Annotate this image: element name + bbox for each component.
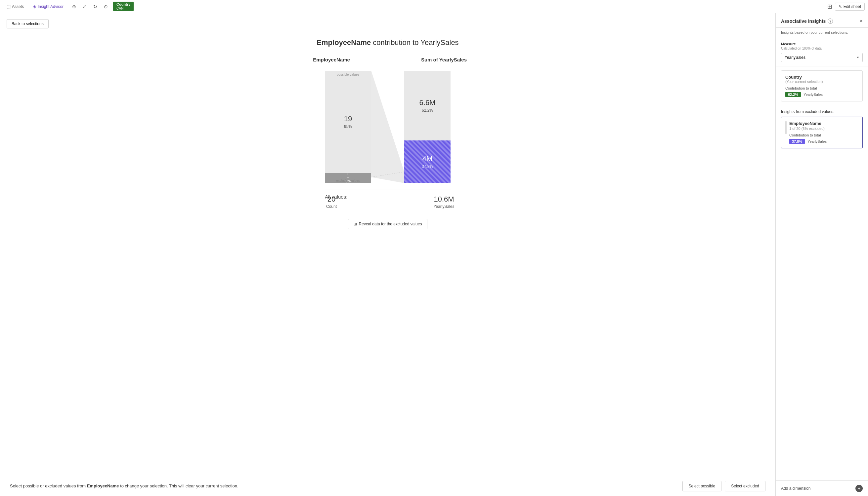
panel-title-text: Associative insights	[781, 18, 826, 24]
bottom-bar-text: Select possible or excluded values from …	[10, 483, 239, 490]
all-sales-label: YearlySales	[434, 204, 454, 209]
back-to-selections-button[interactable]: Back to selections	[6, 19, 49, 28]
country-pill[interactable]: Country CAN	[113, 2, 134, 11]
select-excluded-button[interactable]: Select excluded	[725, 481, 765, 491]
main-layout: Back to selections EmployeeName contribu…	[0, 13, 868, 496]
expand-icon[interactable]: ⤢	[80, 2, 89, 11]
grid-table-icon: ⊞	[354, 222, 357, 226]
measure-select[interactable]: YearlySales	[781, 53, 863, 62]
back-label: Back to selections	[12, 21, 44, 26]
country-pill-label: Country	[117, 2, 130, 6]
measure-label: Measure	[781, 42, 863, 46]
measure-section: Measure Calculated on 100% of data Yearl…	[776, 38, 868, 66]
country-card: Country (Your current selection) Contrib…	[781, 71, 863, 102]
country-pct-pill: 62.2%	[785, 92, 801, 97]
excluded-card-title: EmployeeName	[789, 121, 858, 126]
all-values-sales: 10.6M YearlySales	[421, 195, 467, 209]
content-area: Back to selections EmployeeName contribu…	[0, 13, 775, 496]
sales-possible-pct: 62.2%	[422, 108, 433, 113]
svg-marker-0	[371, 71, 404, 183]
chart-title-bold: EmployeeName	[317, 38, 371, 47]
country-card-title: Country	[785, 75, 858, 80]
pencil-icon: ✎	[839, 4, 842, 9]
measure-select-wrapper: YearlySales	[781, 53, 863, 62]
top-bar-left: ⬚ Assets ◈ Insight Advisor ⊕ ⤢ ↻ ⊙ Count…	[3, 2, 134, 11]
all-sales-num: 10.6M	[434, 195, 454, 204]
excluded-contribution-bar: 37.8% YearlySales	[789, 139, 858, 144]
middle-triangle	[371, 71, 404, 183]
insights-excluded-label: Insights from excluded values:	[776, 105, 868, 117]
chart-title: EmployeeName contribution to YearlySales	[317, 38, 459, 47]
sales-excluded: 4M 37.8%	[404, 140, 451, 183]
toolbar-icons: ⊕ ⤢ ↻ ⊙	[70, 2, 110, 11]
possible-pct: 95%	[344, 124, 352, 129]
possible-count: 19	[344, 115, 352, 123]
all-count-label: Count	[326, 204, 337, 209]
bottom-text-bold: EmployeeName	[87, 483, 119, 489]
bottom-text-start: Select possible or excluded values from	[10, 483, 87, 489]
select-possible-label: Select possible	[689, 484, 716, 489]
help-icon[interactable]: ?	[828, 18, 833, 24]
close-icon[interactable]: ×	[860, 18, 863, 24]
emp-bar: possible values 19 95% excluded values 1…	[325, 71, 371, 183]
select-possible-button[interactable]: Select possible	[683, 481, 722, 491]
chart-title-end: YearlySales	[420, 38, 459, 47]
plus-icon: +	[858, 486, 860, 491]
contribution-label: Contribution to total	[785, 86, 858, 90]
rotate-icon[interactable]: ↻	[91, 2, 100, 11]
reveal-excluded-button[interactable]: ⊞ Reveal data for the excluded values	[348, 219, 428, 229]
add-dimension-plus-icon[interactable]: +	[855, 485, 863, 492]
reveal-label: Reveal data for the excluded values	[359, 222, 422, 226]
excluded-card[interactable]: EmployeeName 1 of 20 (5% excluded) Contr…	[781, 117, 863, 149]
sales-possible-value: 6.6M	[419, 98, 436, 107]
target-icon[interactable]: ⊙	[101, 2, 110, 11]
sales-possible: 6.6M 62.2%	[404, 71, 451, 140]
all-values-data: 20 Count 10.6M YearlySales	[308, 195, 467, 209]
bottom-bar: Select possible or excluded values from …	[0, 476, 775, 496]
panel-subtitle: Insights based on your current selection…	[776, 28, 868, 38]
select-excluded-label: Select excluded	[731, 484, 759, 489]
right-panel: Associative insights ? × Insights based …	[775, 13, 868, 496]
chart-section: EmployeeName contribution to YearlySales…	[0, 32, 775, 476]
excluded-bar: excluded values 1 5%	[325, 173, 371, 183]
edit-sheet-label: Edit sheet	[843, 4, 861, 9]
country-pill-value: CAN	[117, 6, 130, 11]
panel-header: Associative insights ? ×	[776, 13, 868, 28]
sales-bar: 6.6M 62.2% 4M 37.8%	[404, 71, 451, 183]
bottom-bar-actions: Select possible Select excluded	[683, 481, 765, 491]
top-bar: ⬚ Assets ◈ Insight Advisor ⊕ ⤢ ↻ ⊙ Count…	[0, 0, 868, 13]
chart-title-mid: contribution to	[371, 38, 420, 47]
excluded-card-content: EmployeeName 1 of 20 (5% excluded) Contr…	[789, 121, 858, 144]
add-dimension-row[interactable]: Add a dimension +	[776, 480, 868, 496]
emp-col-header: EmployeeName	[308, 57, 355, 62]
edit-sheet-button[interactable]: ✎ Edit sheet	[835, 3, 865, 11]
excluded-count: 1	[347, 173, 350, 179]
country-card-subtitle: (Your current selection)	[785, 80, 858, 83]
measure-calc: Calculated on 100% of data	[781, 47, 863, 50]
top-bar-right: ⊞ ✎ Edit sheet	[827, 3, 865, 11]
contribution-bar: 62.2% YearlySales	[785, 92, 858, 97]
excluded-field-label: YearlySales	[807, 139, 827, 143]
excluded-pct-pill: 37.8%	[789, 139, 805, 144]
grid-view-icon[interactable]: ⊞	[827, 3, 832, 10]
country-field-label: YearlySales	[804, 93, 823, 96]
bottom-text-end: to change your selection. This will clea…	[119, 483, 239, 489]
assets-tab[interactable]: ⬚ Assets	[3, 2, 27, 11]
excluded-card-subtitle: 1 of 20 (5% excluded)	[789, 127, 858, 130]
sales-excluded-value: 4M	[422, 155, 433, 163]
panel-title: Associative insights ?	[781, 18, 833, 24]
insight-icon: ◈	[33, 4, 36, 9]
reveal-btn-container: ⊞ Reveal data for the excluded values	[348, 219, 428, 229]
excluded-side-indicator	[785, 121, 787, 134]
insight-label: Insight Advisor	[38, 4, 63, 9]
panel-subtitle-text: Insights based on your current selection…	[781, 30, 848, 34]
zoom-icon[interactable]: ⊕	[70, 2, 79, 11]
possible-label: possible values	[337, 73, 359, 76]
sales-col-header: Sum of YearlySales	[421, 57, 467, 62]
assets-label: Assets	[12, 4, 24, 9]
excluded-contribution-label: Contribution to total	[789, 133, 858, 137]
excluded-label: excluded values	[336, 179, 360, 182]
add-dimension-label: Add a dimension	[781, 486, 810, 491]
insight-tab[interactable]: ◈ Insight Advisor	[30, 2, 67, 11]
sales-excluded-pct: 37.8%	[422, 164, 433, 169]
